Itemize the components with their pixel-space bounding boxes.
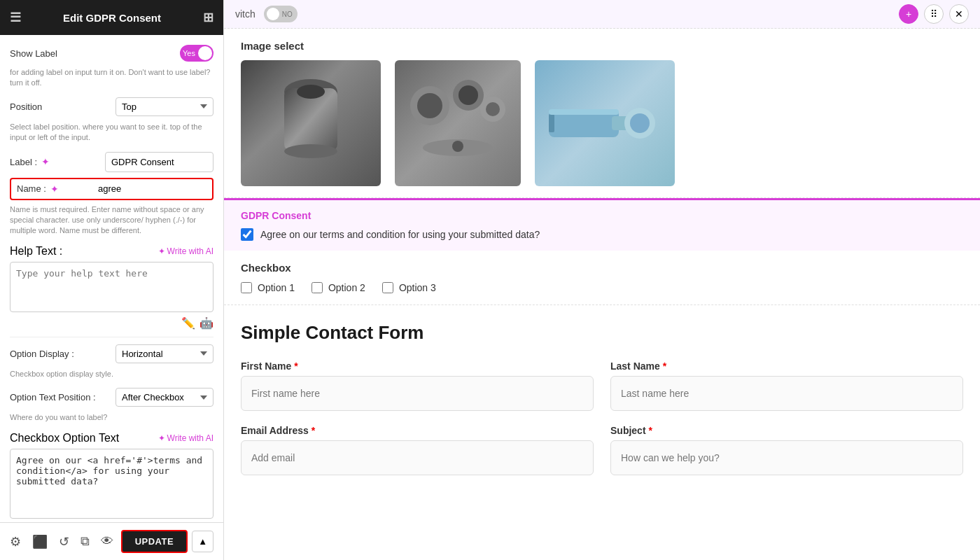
checkbox-title: Checkbox xyxy=(241,262,963,274)
first-name-label: First Name * xyxy=(241,360,594,372)
email-input[interactable] xyxy=(241,440,594,475)
switch-row: vitch NO + ⠿ ✕ xyxy=(224,0,980,29)
gdpr-block: GDPR Consent Agree on our terms and cond… xyxy=(224,198,980,251)
first-name-input[interactable] xyxy=(241,376,594,411)
sparkle-icon-label: ✦ xyxy=(41,156,50,167)
label-input[interactable] xyxy=(105,152,214,172)
checkbox-options-row: Option 1 Option 2 Option 3 xyxy=(241,282,963,293)
option-text-position-select[interactable]: After Checkbox Before Checkbox xyxy=(115,388,214,407)
help-text-textarea[interactable] xyxy=(10,262,214,312)
contact-form-block: Simple Contact Form First Name * Last Na… xyxy=(224,305,980,506)
last-name-required: * xyxy=(663,360,666,372)
panel-header: ☰ Edit GDPR Consent ⊞ xyxy=(0,0,223,35)
option-text-position-row: Option Text Position : After Checkbox Be… xyxy=(10,388,214,407)
subject-required: * xyxy=(649,425,652,436)
label-field-row: Label : ✦ xyxy=(10,152,214,172)
svg-point-2 xyxy=(284,144,337,158)
help-text-label: Help Text : xyxy=(10,245,62,258)
show-label-row: Show Label Yes xyxy=(10,45,214,62)
email-subject-form-row: Email Address * Subject * xyxy=(241,425,963,475)
name-input[interactable] xyxy=(98,183,206,194)
drag-handle-button[interactable]: ⠿ xyxy=(924,4,944,24)
close-block-button[interactable]: ✕ xyxy=(949,4,969,24)
update-button[interactable]: UPDATE xyxy=(121,530,188,553)
image-select-title: Image select xyxy=(241,40,963,52)
position-row: Position Top Left xyxy=(10,97,214,116)
sparkle-icon-checkbox: ✦ xyxy=(158,433,165,443)
switch-no-label: NO xyxy=(282,10,293,18)
email-group: Email Address * xyxy=(241,425,594,475)
checkbox-input-1[interactable] xyxy=(241,282,252,293)
checkbox-option-3-label: Option 3 xyxy=(399,282,436,293)
svg-point-11 xyxy=(452,141,463,152)
image-select-row xyxy=(241,60,963,186)
ai-icon-helptext[interactable]: 🤖 xyxy=(200,316,214,330)
checkbox-block: Checkbox Option 1 Option 2 Option 3 xyxy=(224,251,980,305)
svg-point-3 xyxy=(297,85,325,99)
option-display-row: Option Display : Horizontal Vertical xyxy=(10,344,214,363)
panel-body: Show Label Yes for adding label on input… xyxy=(0,35,223,522)
checkbox-option-2[interactable]: Option 2 xyxy=(312,282,365,293)
checkbox-option-2-label: Option 2 xyxy=(328,282,365,293)
checkbox-option-1[interactable]: Option 1 xyxy=(241,282,295,293)
copy-icon[interactable]: ⧉ xyxy=(80,534,90,550)
last-name-group: Last Name * xyxy=(610,360,963,411)
contact-form-title: Simple Contact Form xyxy=(241,322,963,344)
option-display-label: Option Display : xyxy=(10,349,74,359)
add-block-button[interactable]: + xyxy=(899,4,918,24)
gdpr-title: GDPR Consent xyxy=(241,210,963,221)
svg-point-9 xyxy=(486,102,500,116)
grid-icon[interactable]: ⊞ xyxy=(203,10,214,25)
show-label-toggle[interactable]: Yes xyxy=(180,45,214,62)
help-textarea-footer: ✏️ 🤖 xyxy=(10,316,214,330)
switch-row-label: vitch xyxy=(235,8,255,20)
position-help: Select label position. where you want to… xyxy=(10,122,214,144)
settings-icon[interactable]: ⚙ xyxy=(10,534,21,550)
action-bar: + ⠿ ✕ xyxy=(899,4,969,24)
name-form-row: First Name * Last Name * xyxy=(241,360,963,411)
help-text-label-row: Help Text : ✦ Write with AI xyxy=(10,245,214,258)
checkbox-option-3[interactable]: Option 3 xyxy=(382,282,436,293)
checkbox-option-1-label: Option 1 xyxy=(258,282,295,293)
eye-icon[interactable]: 👁 xyxy=(101,534,113,550)
checkbox-input-3[interactable] xyxy=(382,282,393,293)
subject-label: Subject * xyxy=(610,425,963,436)
last-name-input[interactable] xyxy=(610,376,963,411)
first-name-group: First Name * xyxy=(241,360,594,411)
checkbox-option-text-label: Checkbox Option Text xyxy=(10,432,119,444)
layers-icon[interactable]: ⬛ xyxy=(32,534,48,550)
chevron-up-button[interactable]: ▲ xyxy=(192,531,214,552)
image-select-block: Image select xyxy=(224,29,980,198)
option-display-help: Checkbox option display style. xyxy=(10,369,214,379)
right-panel: vitch NO + ⠿ ✕ Image select xyxy=(224,0,980,560)
position-label: Position xyxy=(10,102,42,112)
svg-rect-16 xyxy=(549,114,554,132)
checkbox-input-2[interactable] xyxy=(312,282,323,293)
left-panel: ☰ Edit GDPR Consent ⊞ Show Label Yes for… xyxy=(0,0,224,560)
image-option-2[interactable] xyxy=(395,60,521,186)
label-field-label: Label : xyxy=(10,157,37,167)
sparkle-icon-help: ✦ xyxy=(158,246,165,256)
hamburger-icon[interactable]: ☰ xyxy=(10,10,21,25)
option-text-position-help: Where do you want to label? xyxy=(10,412,214,423)
checkbox-option-text-textarea[interactable]: Agree on our <a href='#'>terms and condi… xyxy=(10,449,214,519)
gdpr-text: Agree on our terms and condition for usi… xyxy=(260,229,540,240)
svg-rect-17 xyxy=(549,109,619,115)
switch-no-toggle[interactable]: NO xyxy=(264,6,298,22)
option-display-select[interactable]: Horizontal Vertical xyxy=(115,344,214,363)
name-field-row: Name : ✦ xyxy=(10,178,214,200)
subject-input[interactable] xyxy=(610,440,963,475)
image-option-3[interactable] xyxy=(535,60,675,186)
gdpr-checkbox[interactable] xyxy=(241,228,253,241)
write-ai-checkbox-link[interactable]: ✦ Write with AI xyxy=(158,433,214,443)
subject-group: Subject * xyxy=(610,425,963,475)
svg-point-7 xyxy=(458,85,478,105)
image-option-1[interactable] xyxy=(241,60,381,186)
panel-title: Edit GDPR Consent xyxy=(63,12,161,24)
write-ai-help-link[interactable]: ✦ Write with AI xyxy=(158,246,214,256)
footer-icons: ⚙ ⬛ ↺ ⧉ 👁 xyxy=(10,534,113,550)
edit-icon-helptext[interactable]: ✏️ xyxy=(181,316,195,330)
position-select[interactable]: Top Left xyxy=(115,97,214,116)
name-help: Name is must required. Enter name withou… xyxy=(10,204,214,237)
history-icon[interactable]: ↺ xyxy=(59,534,69,550)
